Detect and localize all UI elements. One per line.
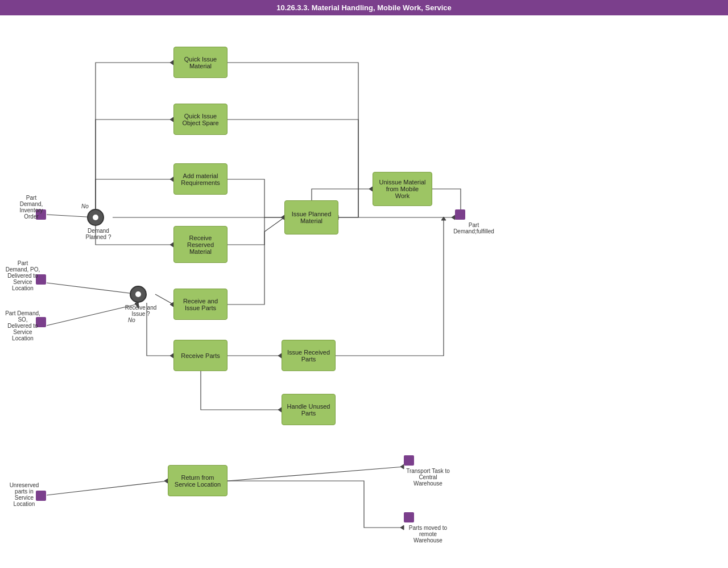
receive-issue-label: Receive andIssue ?	[122, 304, 159, 317]
issue-received-parts-box[interactable]: Issue ReceivedParts	[282, 340, 336, 371]
issue-received-parts-label: Issue ReceivedParts	[287, 349, 330, 363]
receive-parts-box[interactable]: Receive Parts	[173, 340, 228, 371]
part-demand-so-label: Part Demand,SO,Delivered toServiceLocati…	[3, 310, 43, 341]
part-demand-fulfilled-label: PartDemand;fulfilled	[451, 222, 497, 234]
unissue-material-label: Unissue Materialfrom MobileWork	[379, 179, 426, 199]
receive-reserved-material-label: ReceiveReservedMaterial	[187, 234, 214, 255]
receive-issue-gateway	[130, 286, 147, 303]
svg-line-12	[47, 283, 138, 294]
receive-issue-parts-label: Receive andIssue Parts	[183, 298, 218, 311]
part-demand-po-label: PartDemand, PO,Delivered toServiceLocati…	[3, 260, 43, 291]
diagram-area: Quick IssueMaterial Quick IssueObject Sp…	[0, 15, 728, 567]
transport-task-label: Transport Task toCentralWarehouse	[401, 468, 455, 487]
quick-issue-object-spare-label: Quick IssueObject Spare	[182, 113, 218, 126]
issue-planned-material-label: Issue PlannedMaterial	[292, 211, 332, 224]
part-demand-inventory-label: PartDemand,InventoryOrder	[11, 195, 51, 220]
receive-reserved-material-box[interactable]: ReceiveReservedMaterial	[173, 226, 228, 263]
title-text: 10.26.3.3. Material Handling, Mobile Wor…	[276, 3, 452, 12]
receive-issue-parts-box[interactable]: Receive andIssue Parts	[173, 289, 228, 320]
issue-planned-material-box[interactable]: Issue PlannedMaterial	[284, 200, 338, 234]
transport-task-event	[404, 455, 414, 466]
receive-parts-label: Receive Parts	[181, 352, 220, 359]
quick-issue-object-spare-box[interactable]: Quick IssueObject Spare	[173, 104, 228, 135]
add-material-req-box[interactable]: Add materialRequirements	[173, 163, 228, 195]
title-bar: 10.26.3.3. Material Handling, Mobile Wor…	[0, 0, 728, 15]
part-demand-fulfilled-event	[455, 209, 465, 220]
unissue-material-box[interactable]: Unissue Materialfrom MobileWork	[373, 172, 432, 206]
svg-line-25	[228, 467, 404, 481]
handle-unused-parts-label: Handle UnusedParts	[287, 403, 330, 417]
svg-line-16	[155, 294, 173, 304]
quick-issue-material-label: Quick IssueMaterial	[184, 56, 217, 69]
return-service-location-box[interactable]: Return fromService Location	[168, 465, 228, 496]
no-label-1: No	[81, 203, 89, 209]
unreserved-parts-label: Unreservedparts inServiceLocation	[6, 482, 43, 507]
quick-issue-material-box[interactable]: Quick IssueMaterial	[173, 47, 228, 78]
handle-unused-parts-box[interactable]: Handle UnusedParts	[282, 394, 336, 425]
parts-moved-event	[404, 512, 414, 522]
demand-planned-label: DemandPlanned ?	[81, 228, 115, 240]
svg-line-23	[47, 481, 168, 495]
arrows-layer	[0, 15, 728, 567]
no-label-2: No	[128, 317, 135, 323]
parts-moved-label: Parts moved toremoteWarehouse	[401, 525, 455, 544]
add-material-req-label: Add materialRequirements	[181, 172, 220, 186]
return-service-location-label: Return fromService Location	[175, 474, 221, 488]
svg-marker-22	[441, 217, 446, 220]
demand-planned-gateway	[87, 209, 104, 226]
